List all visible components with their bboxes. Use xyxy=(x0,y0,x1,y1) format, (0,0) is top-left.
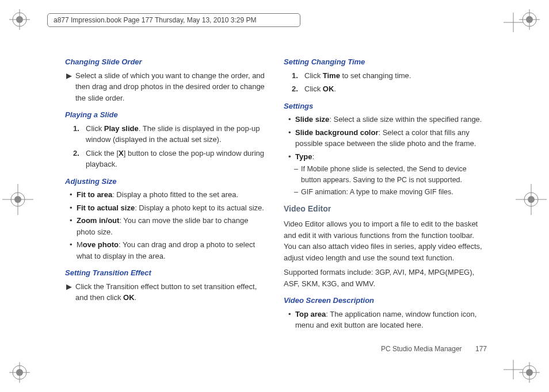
bullet-move-photo: Move photo: You can drag and drop a phot… xyxy=(77,239,266,262)
bullet-icon: • xyxy=(70,239,77,262)
bullet-bg-color: Slide background color: Select a color t… xyxy=(295,127,485,149)
svg-point-3 xyxy=(16,16,23,23)
dash-icon: – xyxy=(294,164,301,186)
triangle-marker-icon: ▶ xyxy=(66,70,75,104)
step-number: 1. xyxy=(292,70,304,82)
para-supported-formats: Supported formats include: 3GP, AVI, MP4… xyxy=(284,267,485,289)
content-area: Changing Slide Order ▶ Select a slide of… xyxy=(65,51,485,333)
svg-point-11 xyxy=(16,369,23,376)
bullet-icon: • xyxy=(288,151,295,163)
left-column: Changing Slide Order ▶ Select a slide of… xyxy=(65,51,266,333)
register-mark-bl xyxy=(8,361,31,384)
heading-playing-slide: Playing a Slide xyxy=(65,109,266,121)
dash-mobile-slide: If Mobile phone slide is selected, the S… xyxy=(301,164,485,186)
para-video-editor-desc: Video Editor allows you to import a file… xyxy=(284,218,485,263)
text-change-order: Select a slide of which you want to chan… xyxy=(75,70,266,104)
bullet-icon: • xyxy=(288,309,295,331)
step-click-ok: Click OK. xyxy=(304,83,485,95)
heading-changing-time: Setting Changing Time xyxy=(284,56,485,68)
bullet-type: Type: xyxy=(295,151,485,163)
bullet-icon: • xyxy=(288,127,295,149)
step-play-slide: Click Play slide. The slide is displayed… xyxy=(86,123,266,145)
heading-video-screen-desc: Video Screen Description xyxy=(284,295,485,306)
bullet-slide-size: Slide size: Select a slide size within t… xyxy=(295,114,485,125)
step-number: 2. xyxy=(292,83,304,95)
bullet-icon: • xyxy=(288,114,295,125)
footer-section-name: PC Studio Media Manager xyxy=(381,345,462,353)
register-mark-tl xyxy=(8,8,31,31)
step-click-time: Click Time to set changing time. xyxy=(304,70,485,82)
bullet-fit-actual: Fit to actual size: Display a photo kept… xyxy=(77,202,266,214)
triangle-marker-icon: ▶ xyxy=(66,281,75,303)
register-mark-ml xyxy=(2,184,33,215)
step-number: 1. xyxy=(73,123,86,145)
heading-video-editor: Video Editor xyxy=(284,203,485,215)
step-close-popup: Click the [X] button to close the pop-up… xyxy=(86,148,266,170)
heading-settings: Settings xyxy=(284,101,485,112)
bullet-zoom: Zoom in/out: You can move the slide bar … xyxy=(77,215,266,237)
dash-gif-anim: GIF animation: A type to make moving GIF… xyxy=(301,187,485,198)
step-number: 2. xyxy=(73,148,86,170)
svg-point-23 xyxy=(528,196,535,203)
crop-cross-top xyxy=(504,13,523,32)
footer-page-number: 177 xyxy=(475,345,487,353)
page-header-box: a877 Impression.book Page 177 Thursday, … xyxy=(47,13,300,27)
heading-changing-slide-order: Changing Slide Order xyxy=(65,56,266,68)
register-mark-mr xyxy=(516,184,547,215)
page-footer: PC Studio Media Manager 177 xyxy=(381,345,487,353)
svg-point-19 xyxy=(14,196,21,203)
svg-point-15 xyxy=(526,369,533,376)
dash-icon: – xyxy=(294,187,301,198)
text-transition: Click the Transition effect button to se… xyxy=(75,281,266,303)
bullet-top-area: Top area: The application name, window f… xyxy=(295,309,485,331)
bullet-icon: • xyxy=(70,189,77,201)
heading-adjusting-size: Adjusting Size xyxy=(65,176,266,187)
bullet-icon: • xyxy=(70,215,77,237)
page-header-text: a877 Impression.book Page 177 Thursday, … xyxy=(54,16,256,24)
bullet-fit-area: Fit to area: Display a photo fitted to t… xyxy=(77,189,266,201)
crop-cross-bottom xyxy=(504,360,523,379)
bullet-icon: • xyxy=(70,202,77,214)
svg-point-7 xyxy=(526,16,533,23)
heading-transition-effect: Setting Transition Effect xyxy=(65,267,266,279)
right-column: Setting Changing Time 1. Click Time to s… xyxy=(284,51,485,333)
